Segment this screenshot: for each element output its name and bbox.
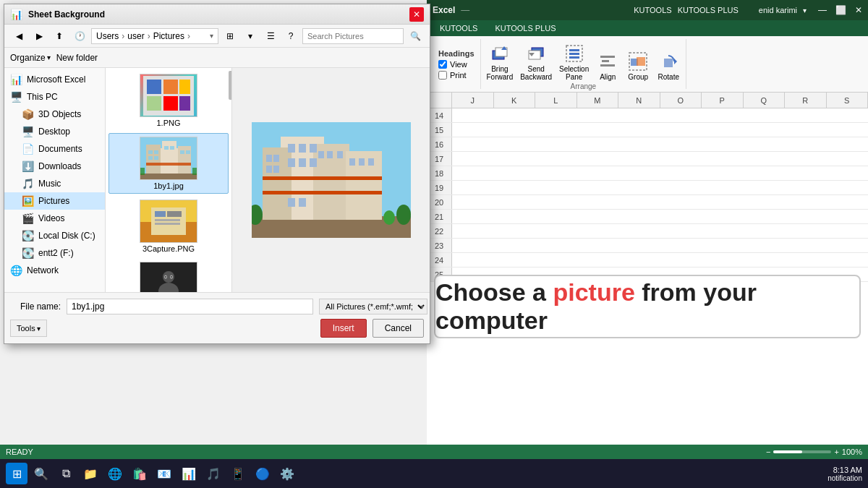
svg-rect-34 [164,146,169,150]
insert-button[interactable]: Insert [320,319,367,338]
minimize-icon[interactable]: — [818,5,827,15]
organize-label: Organize [10,53,46,63]
sidebar-music-label: Music [38,179,61,189]
recent-button[interactable]: 🕐 [71,28,88,44]
user-dropdown-icon[interactable]: ▾ [803,7,807,14]
sidebar-item-network[interactable]: 🌐 Network [4,262,105,279]
filename-input[interactable] [67,299,313,314]
sidebar-item-thispc[interactable]: 🖥️ This PC [4,88,105,106]
sidebar-item-excel[interactable]: 📊 Microsoft Excel [4,71,105,88]
col-header-r: R [785,93,827,108]
path-dropdown-icon[interactable]: ▾ [210,32,213,40]
svg-rect-23 [179,80,190,94]
search-taskbar-icon[interactable]: 🔍 [30,463,52,484]
organize-button[interactable]: Organize ▾ [10,53,51,63]
sidebar-item-3dobjects[interactable]: 📦 3D Objects [4,106,105,123]
tab-kutools[interactable]: KUTOOLS [433,22,485,34]
back-button[interactable]: ◀ [10,28,27,44]
col-header-p: P [702,93,744,108]
up-button[interactable]: ⬆ [51,28,68,44]
bring-forward-button[interactable]: BringForward [484,40,516,82]
view-checkbox[interactable] [438,60,447,69]
excel-taskbar-icon[interactable]: 📊 [178,463,200,484]
print-checkbox-row[interactable]: Print [438,71,475,80]
col-header-o: O [660,93,702,108]
file-item-1by1[interactable]: 1by1.jpg [109,133,229,194]
settings-icon[interactable]: ⚙️ [276,463,298,484]
file-item-3capture[interactable]: 3Capture.PNG [109,197,229,256]
align-button[interactable]: Align [593,48,622,82]
help-button[interactable]: ? [282,28,299,44]
music-taskbar-icon[interactable]: 🎵 [203,463,224,484]
filetype-select[interactable]: All Pictures (*.emf;*.wmf;*.jpg;* [319,299,427,314]
sidebar-item-localdisk[interactable]: 💽 Local Disk (C:) [4,227,105,244]
group-button[interactable]: Group [624,48,652,82]
taskview-icon[interactable]: ⧉ [55,463,77,484]
svg-rect-71 [299,198,306,207]
svg-rect-67 [288,158,295,167]
ribbon-content: Headings View Print BringForward [427,36,868,93]
dialog-title-icon: 📊 [10,9,22,20]
sidebar-item-documents[interactable]: 📄 Documents [4,140,105,158]
sidebar-item-entt2[interactable]: 💽 entt2 (F:) [4,244,105,262]
zoom-out-icon[interactable]: − [766,448,770,456]
selection-pane-button[interactable]: SelectionPane [556,40,592,82]
view-buttons: ⊞ ▾ ☰ ? [221,28,299,44]
tab-kutools-plus[interactable]: KUTOOLS PLUS [488,22,563,34]
zoom-slider[interactable] [773,450,831,453]
file-explorer-icon[interactable]: 📁 [80,463,101,484]
svg-rect-79 [349,158,355,166]
col-header-k: K [494,93,536,108]
svg-rect-39 [140,174,197,179]
cancel-label: Cancel [385,323,412,333]
file-item-1png[interactable]: 1.PNG [109,71,229,130]
mail-icon[interactable]: 📧 [153,463,175,484]
sidebar-item-desktop[interactable]: 🖥️ Desktop [4,123,105,140]
kutools-plus-label: KUTOOLS PLUS [678,6,739,14]
group-icon [626,50,650,73]
view-list-icon[interactable]: ☰ [262,28,279,44]
rotate-button[interactable]: Rotate [654,48,683,82]
forward-button[interactable]: ▶ [30,28,48,44]
search-button[interactable]: 🔍 [407,28,424,44]
sidebar-item-videos[interactable]: 🎬 Videos [4,210,105,227]
print-checkbox[interactable] [438,71,447,80]
phone-icon[interactable]: 📱 [227,463,249,484]
row-cells-22 [452,224,868,238]
search-input[interactable] [302,28,404,44]
dialog-close-button[interactable]: ✕ [409,7,424,22]
sidebar-item-downloads[interactable]: ⬇️ Downloads [4,158,105,175]
restore-icon[interactable]: ⬜ [835,5,846,15]
close-icon[interactable]: ✕ [855,5,862,15]
path-root: Users [96,31,119,41]
column-headers: J K L M N O P Q R S [427,93,868,108]
view-checkbox-row[interactable]: View [438,60,475,69]
file-item-4users[interactable]: 4users.jpeg [109,259,229,292]
view-dropdown-icon[interactable]: ▾ [242,28,259,44]
kutools-label: KUTOOLS [634,6,671,14]
file-list[interactable]: 1.PNG [106,68,232,292]
svg-rect-65 [299,144,306,153]
path-bar[interactable]: Users › user › Pictures › ▾ [91,28,218,44]
store-icon[interactable]: 🛍️ [129,463,150,484]
cancel-button[interactable]: Cancel [373,319,424,338]
start-button[interactable]: ⊞ [6,463,27,484]
tools-button[interactable]: Tools ▾ [10,320,47,337]
sidebar-item-music[interactable]: 🎵 Music [4,175,105,192]
svg-rect-81 [368,158,374,166]
downloads-icon: ⬇️ [22,160,34,172]
send-backward-button[interactable]: SendBackward [517,40,555,82]
svg-rect-41 [192,168,197,175]
excel-topbar: Excel — KUTOOLS KUTOOLS PLUS enid karimi… [427,0,868,20]
grid-row-14: 14 [427,108,868,123]
preview-image [252,122,411,238]
grid-row-17: 17 [427,152,868,166]
zoom-in-icon[interactable]: + [834,448,838,456]
edge-icon[interactable]: 🌐 [104,463,126,484]
svg-rect-7 [569,49,579,51]
view-small-icon[interactable]: ⊞ [221,28,239,44]
new-folder-button[interactable]: New folder [56,53,98,63]
ready-status: READY [6,448,33,456]
sidebar-item-pictures[interactable]: 🖼️ Pictures [4,192,105,210]
chrome-icon[interactable]: 🔵 [252,463,273,484]
